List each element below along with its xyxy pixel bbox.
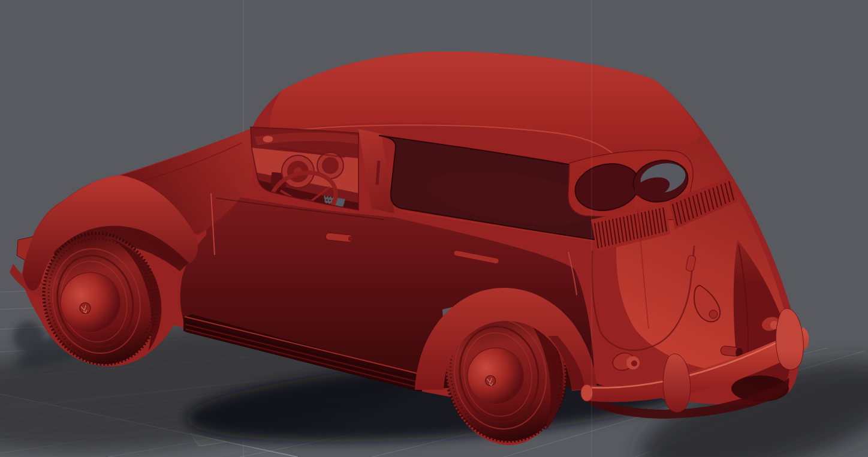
- viewer-window: [0, 0, 868, 457]
- speaker-dot: [320, 199, 322, 200]
- 3d-viewport-canvas[interactable]: [0, 0, 868, 457]
- gauge-dial: [322, 157, 339, 174]
- speaker-dot: [308, 194, 309, 196]
- shadow-hook: [13, 321, 44, 353]
- speaker-dot: [323, 199, 325, 201]
- speaker-dot: [326, 196, 327, 197]
- speaker-dot: [308, 197, 310, 199]
- bumper-end-cap: [581, 384, 593, 401]
- speaker-dot: [311, 194, 312, 196]
- speaker-dot: [314, 194, 315, 196]
- speaker-dot: [323, 196, 324, 197]
- speaker-dot: [329, 200, 331, 202]
- license-light-knob: [709, 310, 718, 318]
- speaker-dot: [317, 199, 319, 200]
- speaker-dot: [328, 196, 330, 198]
- speaker-dot: [326, 199, 328, 201]
- speaker-dot: [331, 197, 333, 199]
- cowl-knob: [263, 136, 273, 143]
